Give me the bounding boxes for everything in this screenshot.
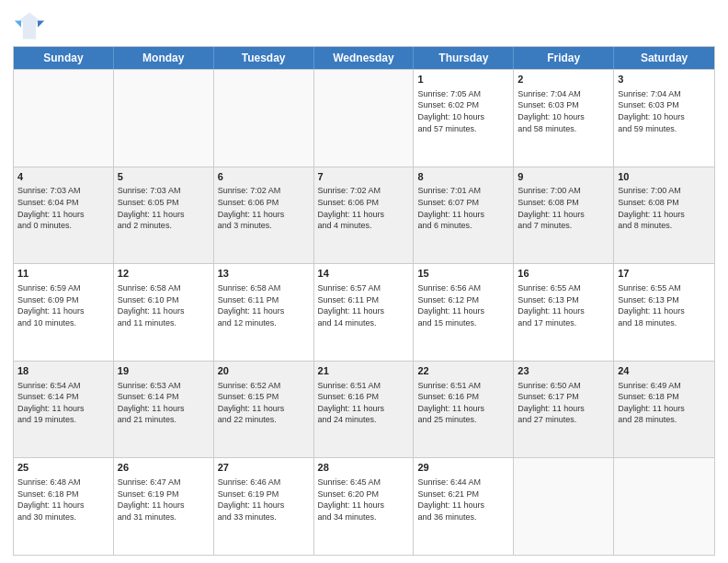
calendar-cell: 10Sunrise: 7:00 AM Sunset: 6:08 PM Dayli…	[614, 167, 714, 264]
calendar-cell	[14, 70, 114, 167]
day-number: 19	[118, 364, 210, 378]
day-number: 26	[118, 461, 210, 475]
day-info: Sunrise: 6:50 AM Sunset: 6:17 PM Dayligh…	[518, 380, 609, 426]
calendar-cell: 22Sunrise: 6:51 AM Sunset: 6:16 PM Dayli…	[414, 362, 514, 458]
day-number: 13	[218, 267, 310, 281]
calendar-cell: 7Sunrise: 7:02 AM Sunset: 6:06 PM Daylig…	[314, 167, 415, 264]
day-number: 11	[17, 267, 109, 281]
day-info: Sunrise: 6:55 AM Sunset: 6:13 PM Dayligh…	[618, 282, 711, 328]
calendar-cell: 25Sunrise: 6:48 AM Sunset: 6:18 PM Dayli…	[14, 458, 114, 555]
day-number: 29	[417, 461, 509, 475]
week-row-2: 11Sunrise: 6:59 AM Sunset: 6:09 PM Dayli…	[14, 263, 714, 361]
calendar: SundayMondayTuesdayWednesdayThursdayFrid…	[13, 46, 715, 556]
calendar-cell: 6Sunrise: 7:02 AM Sunset: 6:06 PM Daylig…	[214, 167, 314, 264]
day-number: 23	[518, 364, 609, 378]
day-info: Sunrise: 7:03 AM Sunset: 6:05 PM Dayligh…	[118, 185, 210, 231]
calendar-cell: 17Sunrise: 6:55 AM Sunset: 6:13 PM Dayli…	[614, 264, 714, 361]
day-info: Sunrise: 6:44 AM Sunset: 6:21 PM Dayligh…	[417, 477, 509, 523]
day-number: 17	[618, 267, 711, 281]
day-info: Sunrise: 7:01 AM Sunset: 6:07 PM Dayligh…	[417, 185, 509, 231]
calendar-cell	[614, 458, 714, 555]
day-info: Sunrise: 7:04 AM Sunset: 6:03 PM Dayligh…	[618, 88, 711, 134]
day-number: 9	[518, 170, 609, 184]
day-number: 12	[118, 267, 210, 281]
day-number: 10	[618, 170, 711, 184]
calendar-cell: 26Sunrise: 6:47 AM Sunset: 6:19 PM Dayli…	[114, 458, 214, 555]
day-info: Sunrise: 6:58 AM Sunset: 6:11 PM Dayligh…	[218, 282, 310, 328]
weekday-header-friday: Friday	[514, 47, 614, 69]
day-number: 15	[417, 267, 509, 281]
day-info: Sunrise: 6:47 AM Sunset: 6:19 PM Dayligh…	[118, 477, 210, 523]
calendar-cell: 18Sunrise: 6:54 AM Sunset: 6:14 PM Dayli…	[14, 362, 114, 458]
calendar-cell	[514, 458, 614, 555]
calendar-cell: 20Sunrise: 6:52 AM Sunset: 6:15 PM Dayli…	[214, 362, 314, 458]
logo	[13, 9, 50, 42]
week-row-4: 25Sunrise: 6:48 AM Sunset: 6:18 PM Dayli…	[14, 457, 714, 555]
header-row	[13, 9, 715, 42]
calendar-cell	[314, 70, 415, 167]
day-info: Sunrise: 6:48 AM Sunset: 6:18 PM Dayligh…	[17, 477, 109, 523]
day-info: Sunrise: 6:49 AM Sunset: 6:18 PM Dayligh…	[618, 380, 711, 426]
day-number: 27	[218, 461, 310, 475]
calendar-cell: 11Sunrise: 6:59 AM Sunset: 6:09 PM Dayli…	[14, 264, 114, 361]
calendar-cell: 9Sunrise: 7:00 AM Sunset: 6:08 PM Daylig…	[514, 167, 614, 264]
calendar-cell: 1Sunrise: 7:05 AM Sunset: 6:02 PM Daylig…	[414, 70, 514, 167]
day-number: 16	[518, 267, 609, 281]
weekday-header-saturday: Saturday	[614, 47, 714, 69]
calendar-body: 1Sunrise: 7:05 AM Sunset: 6:02 PM Daylig…	[14, 69, 714, 555]
week-row-1: 4Sunrise: 7:03 AM Sunset: 6:04 PM Daylig…	[14, 167, 714, 264]
day-number: 4	[17, 170, 109, 184]
day-number: 24	[618, 364, 711, 378]
day-info: Sunrise: 7:05 AM Sunset: 6:02 PM Dayligh…	[417, 88, 509, 134]
calendar-cell: 21Sunrise: 6:51 AM Sunset: 6:16 PM Dayli…	[314, 362, 415, 458]
day-info: Sunrise: 6:52 AM Sunset: 6:15 PM Dayligh…	[218, 380, 310, 426]
calendar-cell: 15Sunrise: 6:56 AM Sunset: 6:12 PM Dayli…	[414, 264, 514, 361]
weekday-header-wednesday: Wednesday	[314, 47, 415, 69]
day-number: 8	[417, 170, 509, 184]
day-info: Sunrise: 7:04 AM Sunset: 6:03 PM Dayligh…	[518, 88, 609, 134]
calendar-cell: 4Sunrise: 7:03 AM Sunset: 6:04 PM Daylig…	[14, 167, 114, 264]
day-number: 6	[218, 170, 310, 184]
day-info: Sunrise: 6:55 AM Sunset: 6:13 PM Dayligh…	[518, 282, 609, 328]
page: SundayMondayTuesdayWednesdayThursdayFrid…	[0, 0, 728, 563]
calendar-cell: 23Sunrise: 6:50 AM Sunset: 6:17 PM Dayli…	[514, 362, 614, 458]
day-number: 14	[318, 267, 410, 281]
calendar-cell: 5Sunrise: 7:03 AM Sunset: 6:05 PM Daylig…	[114, 167, 214, 264]
day-info: Sunrise: 6:58 AM Sunset: 6:10 PM Dayligh…	[118, 282, 210, 328]
week-row-3: 18Sunrise: 6:54 AM Sunset: 6:14 PM Dayli…	[14, 361, 714, 458]
day-number: 1	[417, 73, 509, 86]
calendar-cell: 2Sunrise: 7:04 AM Sunset: 6:03 PM Daylig…	[514, 70, 614, 167]
day-number: 3	[618, 73, 711, 86]
day-number: 22	[417, 364, 509, 378]
calendar-cell: 13Sunrise: 6:58 AM Sunset: 6:11 PM Dayli…	[214, 264, 314, 361]
calendar-cell: 3Sunrise: 7:04 AM Sunset: 6:03 PM Daylig…	[614, 70, 714, 167]
day-number: 2	[518, 73, 609, 86]
calendar-cell: 27Sunrise: 6:46 AM Sunset: 6:19 PM Dayli…	[214, 458, 314, 555]
calendar-cell: 12Sunrise: 6:58 AM Sunset: 6:10 PM Dayli…	[114, 264, 214, 361]
day-number: 20	[218, 364, 310, 378]
calendar-cell	[114, 70, 214, 167]
day-info: Sunrise: 6:53 AM Sunset: 6:14 PM Dayligh…	[118, 380, 210, 426]
day-info: Sunrise: 6:51 AM Sunset: 6:16 PM Dayligh…	[318, 380, 410, 426]
day-info: Sunrise: 6:57 AM Sunset: 6:11 PM Dayligh…	[318, 282, 410, 328]
day-info: Sunrise: 7:02 AM Sunset: 6:06 PM Dayligh…	[318, 185, 410, 231]
calendar-cell	[214, 70, 314, 167]
calendar-cell: 28Sunrise: 6:45 AM Sunset: 6:20 PM Dayli…	[314, 458, 415, 555]
weekday-header-tuesday: Tuesday	[214, 47, 314, 69]
calendar-cell: 8Sunrise: 7:01 AM Sunset: 6:07 PM Daylig…	[414, 167, 514, 264]
day-number: 21	[318, 364, 410, 378]
day-number: 25	[17, 461, 109, 475]
week-row-0: 1Sunrise: 7:05 AM Sunset: 6:02 PM Daylig…	[14, 69, 714, 167]
calendar-cell: 14Sunrise: 6:57 AM Sunset: 6:11 PM Dayli…	[314, 264, 415, 361]
day-number: 28	[318, 461, 410, 475]
day-info: Sunrise: 6:54 AM Sunset: 6:14 PM Dayligh…	[17, 380, 109, 426]
day-info: Sunrise: 7:03 AM Sunset: 6:04 PM Dayligh…	[17, 185, 109, 231]
calendar-cell: 16Sunrise: 6:55 AM Sunset: 6:13 PM Dayli…	[514, 264, 614, 361]
logo-icon	[13, 9, 46, 42]
day-info: Sunrise: 6:45 AM Sunset: 6:20 PM Dayligh…	[318, 477, 410, 523]
calendar-cell: 29Sunrise: 6:44 AM Sunset: 6:21 PM Dayli…	[414, 458, 514, 555]
weekday-header-thursday: Thursday	[414, 47, 514, 69]
weekday-header-sunday: Sunday	[14, 47, 114, 69]
calendar-cell: 19Sunrise: 6:53 AM Sunset: 6:14 PM Dayli…	[114, 362, 214, 458]
day-number: 5	[118, 170, 210, 184]
